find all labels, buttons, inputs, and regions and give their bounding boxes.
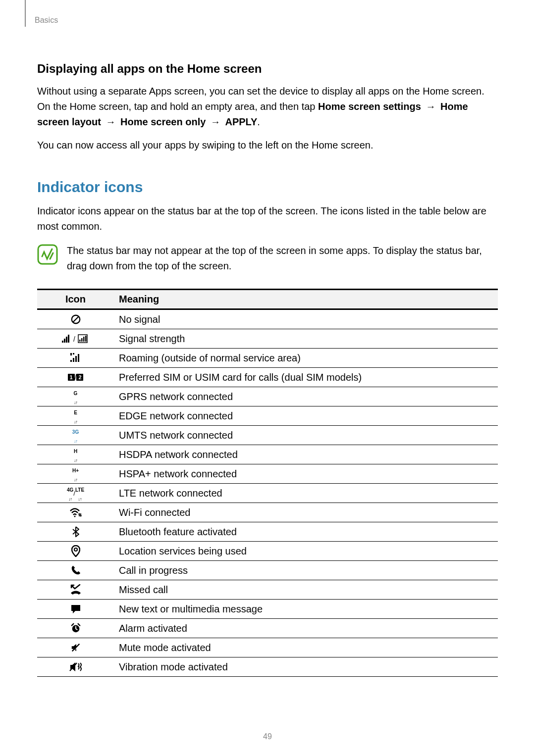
svg-rect-6 (68, 335, 69, 343)
table-row: Call in progress (37, 561, 498, 580)
svg-rect-5 (66, 337, 67, 343)
table-row: New text or multimedia message (37, 600, 498, 619)
table-row: 1 / 2 Preferred SIM or USIM card for cal… (37, 368, 498, 387)
meaning-cell: Roaming (outside of normal service area) (114, 349, 498, 368)
message-icon (42, 603, 109, 615)
table-row: H↓↑HSDPA network connected (37, 445, 498, 464)
table-row: Missed call (37, 580, 498, 600)
table-row: / Signal strength (37, 329, 498, 349)
signal-strength-icon: / (42, 333, 109, 345)
sim-pref-icon: 1 / 2 (42, 371, 109, 383)
page-content: Basics Displaying all apps on the Home s… (0, 0, 535, 692)
hsdpa-icon: H↓↑ (42, 449, 109, 460)
section-title-indicator-icons: Indicator icons (37, 179, 498, 196)
svg-rect-18 (78, 354, 79, 362)
meaning-cell: Alarm activated (114, 619, 498, 638)
table-row: Mute mode activated (37, 638, 498, 657)
roaming-icon (42, 352, 109, 364)
meaning-cell: Mute mode activated (114, 638, 498, 657)
message-cell (37, 600, 114, 619)
svg-rect-3 (62, 341, 63, 343)
missed-call-icon (42, 584, 109, 596)
meaning-cell: Vibration mode activated (114, 657, 498, 677)
wifi-cell (37, 503, 114, 522)
table-row: Bluetooth feature activated (37, 522, 498, 542)
meaning-cell: Call in progress (114, 561, 498, 580)
hspap-icon: H+↓↑ (42, 468, 109, 480)
alarm-cell (37, 619, 114, 638)
meaning-cell: Bluetooth feature activated (114, 522, 498, 542)
table-row: Roaming (outside of normal service area) (37, 349, 498, 368)
meaning-cell: LTE network connected (114, 484, 498, 503)
missed-call-cell (37, 580, 114, 600)
edge-icon: E↓↑ (42, 410, 109, 422)
mute-cell (37, 638, 114, 657)
bold-home-screen-settings: Home screen settings (318, 101, 421, 112)
note-callout: The status bar may not appear at the top… (37, 243, 498, 274)
svg-rect-9 (79, 340, 81, 342)
svg-point-19 (74, 516, 75, 517)
umts-icon: 3G↓↑ (42, 429, 109, 441)
table-row: Wi-Fi connected (37, 503, 498, 522)
svg-point-20 (74, 548, 77, 551)
mute-icon (42, 642, 109, 654)
table-row: 4G↓↑ / LTE↓↑ LTE network connected (37, 484, 498, 503)
lte-cell: 4G↓↑ / LTE↓↑ (37, 484, 114, 503)
table-row: E↓↑EDGE network connected (37, 406, 498, 426)
meaning-cell: Wi-Fi connected (114, 503, 498, 522)
edge-cell: E↓↑ (37, 406, 114, 426)
table-row: No signal (37, 309, 498, 329)
table-header-row: Icon Meaning (37, 290, 498, 309)
indicator-icons-table: Icon Meaning No signal / Signal strength… (37, 289, 498, 677)
svg-rect-4 (64, 339, 65, 343)
gprs-icon: G↓↑ (42, 391, 109, 403)
para-displaying-2: You can now access all your apps by swip… (37, 138, 498, 153)
arrow-icon: → (421, 101, 440, 112)
location-icon (42, 545, 109, 557)
para-indicator-intro: Indicator icons appear on the status bar… (37, 203, 498, 234)
table-row: H+↓↑HSPA+ network connected (37, 464, 498, 484)
section-title-displaying-apps: Displaying all apps on the Home screen (37, 62, 498, 76)
svg-rect-14 (73, 353, 74, 354)
meaning-cell: Preferred SIM or USIM card for calls (du… (114, 368, 498, 387)
breadcrumb: Basics (35, 16, 498, 25)
sim-pref-cell: 1 / 2 (37, 368, 114, 387)
alarm-icon (42, 622, 109, 634)
table-row: G↓↑GPRS network connected (37, 387, 498, 406)
gprs-cell: G↓↑ (37, 387, 114, 406)
meaning-cell: Signal strength (114, 329, 498, 349)
arrow-icon: → (206, 116, 225, 127)
lte-icon: 4G↓↑ / LTE↓↑ (42, 487, 109, 499)
wifi-icon (42, 506, 109, 518)
arrow-icon: → (101, 116, 120, 127)
meaning-cell: HSDPA network connected (114, 445, 498, 464)
meaning-cell: Missed call (114, 580, 498, 600)
svg-rect-17 (75, 356, 77, 362)
page-number: 49 (0, 732, 535, 741)
meaning-cell: UMTS network connected (114, 426, 498, 445)
meaning-cell: Location services being used (114, 542, 498, 561)
meaning-cell: GPRS network connected (114, 387, 498, 406)
hspap-cell: H+↓↑ (37, 464, 114, 484)
meaning-cell: No signal (114, 309, 498, 329)
note-icon (37, 244, 58, 265)
bluetooth-cell (37, 522, 114, 542)
meaning-cell: EDGE network connected (114, 406, 498, 426)
svg-rect-13 (70, 353, 72, 355)
no-signal-icon (42, 313, 109, 325)
th-meaning: Meaning (114, 290, 498, 309)
call-icon (42, 564, 109, 576)
meaning-cell: HSPA+ network connected (114, 464, 498, 484)
th-icon: Icon (37, 290, 114, 309)
location-cell (37, 542, 114, 561)
table-row: Vibration mode activated (37, 657, 498, 677)
table-row: Location services being used (37, 542, 498, 561)
svg-rect-16 (73, 358, 74, 362)
svg-text:/: / (73, 335, 75, 343)
no-signal-cell (37, 309, 114, 329)
svg-rect-10 (81, 338, 83, 342)
vibrate-cell (37, 657, 114, 677)
table-row: 3G↓↑UMTS network connected (37, 426, 498, 445)
para-displaying-1: Without using a separate Apps screen, yo… (37, 84, 498, 130)
svg-rect-12 (85, 336, 87, 342)
